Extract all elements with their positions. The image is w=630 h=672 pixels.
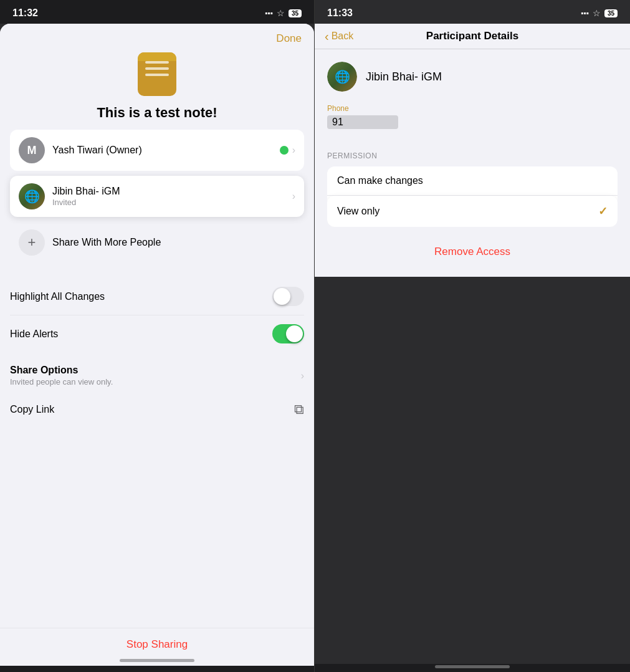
modal-header: Done — [0, 24, 314, 45]
participants-section: M Yash Tiwari (Owner) › 🌐 — [0, 130, 314, 263]
share-options-text: Share Options Invited people can view on… — [10, 365, 113, 386]
owner-row[interactable]: M Yash Tiwari (Owner) › — [10, 130, 304, 171]
share-options-title: Share Options — [10, 365, 113, 376]
add-circle: + — [19, 229, 45, 256]
done-button[interactable]: Done — [276, 32, 302, 45]
share-modal: Done This is a test note! M — [0, 24, 314, 666]
add-people-row[interactable]: + Share With More People — [10, 222, 304, 263]
home-indicator — [120, 659, 194, 662]
participant-avatar: 🌐 — [19, 183, 45, 209]
can-make-changes-label: Can make changes — [337, 175, 423, 186]
copy-icon: ⧉ — [294, 401, 304, 418]
avatar-img: 🌐 — [19, 183, 45, 209]
detail-avatar: 🌐 — [327, 62, 357, 92]
note-line-1 — [145, 61, 169, 64]
owner-name: Yash Tiwari (Owner) — [52, 145, 280, 156]
right-wifi-icon: ☆ — [593, 8, 601, 18]
remove-access-button[interactable]: Remove Access — [434, 246, 510, 258]
nav-bar: ‹ Back Participant Details — [315, 24, 630, 49]
stop-sharing-section: Stop Sharing — [0, 628, 314, 651]
owner-chevron-icon: › — [292, 145, 295, 156]
share-options-chevron-icon: › — [301, 370, 304, 382]
highlight-toggle-knob — [274, 288, 290, 305]
right-phone-panel: 11:33 ▪▪▪ ☆ 35 ‹ Back Participant Detail… — [315, 0, 630, 672]
wifi-icon: ☆ — [277, 8, 285, 18]
view-only-option[interactable]: View only ✓ — [327, 196, 618, 227]
detail-avatar-img: 🌐 — [327, 62, 357, 92]
participant-info: Jibin Bhai- iGM Invited — [52, 186, 292, 207]
highlight-toggle[interactable] — [272, 287, 304, 306]
participant-status: Invited — [52, 198, 292, 207]
highlight-toggle-row: Highlight All Changes — [10, 278, 304, 315]
battery-icon: 35 — [289, 9, 302, 17]
note-line-2 — [145, 67, 169, 70]
add-people-label: Share With More People — [52, 237, 161, 248]
note-icon-wrapper — [0, 45, 314, 101]
participant-row[interactable]: 🌐 Jibin Bhai- iGM Invited › — [10, 176, 304, 217]
copy-link-section[interactable]: Copy Link ⧉ — [10, 401, 304, 418]
detail-person-row: 🌐 Jibin Bhai- iGM — [327, 62, 618, 92]
right-home-indicator — [435, 665, 510, 668]
highlight-label: Highlight All Changes — [10, 291, 105, 302]
participant-details-panel: 🌐 Jibin Bhai- iGM Phone 91 PERMISSION Ca… — [315, 49, 630, 664]
plus-icon: + — [28, 234, 36, 251]
permission-section: PERMISSION Can make changes View only ✓ — [315, 139, 630, 227]
view-only-checkmark-icon: ✓ — [598, 204, 608, 218]
left-status-icons: ▪▪▪ ☆ 35 — [265, 8, 302, 18]
left-status-bar: 11:32 ▪▪▪ ☆ 35 — [0, 0, 314, 24]
note-title: This is a test note! — [0, 101, 314, 130]
back-button[interactable]: ‹ Back — [325, 29, 353, 44]
hide-alerts-label: Hide Alerts — [10, 329, 58, 340]
online-indicator — [280, 146, 289, 155]
right-status-bar: 11:33 ▪▪▪ ☆ 35 — [315, 0, 630, 24]
stop-sharing-button[interactable]: Stop Sharing — [126, 638, 188, 651]
remove-access-section: Remove Access — [315, 227, 630, 277]
share-options-section[interactable]: Share Options Invited people can view on… — [10, 362, 304, 389]
owner-info: Yash Tiwari (Owner) — [52, 145, 280, 156]
back-label: Back — [332, 31, 354, 42]
right-time: 11:33 — [327, 7, 353, 19]
can-make-changes-option[interactable]: Can make changes — [327, 166, 618, 196]
signal-icon: ▪▪▪ — [265, 9, 273, 17]
nav-title: Participant Details — [426, 30, 518, 42]
right-status-icons: ▪▪▪ ☆ 35 — [581, 8, 618, 18]
view-only-label: View only — [337, 206, 379, 217]
permission-options-list: Can make changes View only ✓ — [327, 166, 618, 227]
phone-value: 91 — [327, 115, 398, 129]
note-icon — [138, 52, 176, 96]
right-battery-icon: 35 — [604, 9, 618, 17]
share-options-row: Share Options Invited people can view on… — [10, 362, 304, 389]
participant-chevron-icon: › — [292, 191, 295, 202]
share-options-subtitle: Invited people can view only. — [10, 377, 113, 386]
back-chevron-icon: ‹ — [325, 29, 329, 44]
note-line-3 — [145, 74, 169, 76]
detail-person-name: Jibin Bhai- iGM — [366, 70, 442, 84]
right-signal-icon: ▪▪▪ — [581, 9, 589, 17]
participant-details-card: 🌐 Jibin Bhai- iGM Phone 91 — [315, 49, 630, 139]
left-time: 11:32 — [12, 7, 38, 19]
hide-alerts-toggle[interactable] — [272, 324, 304, 343]
hide-alerts-toggle-row: Hide Alerts — [10, 315, 304, 352]
phone-label: Phone — [327, 104, 618, 113]
owner-avatar: M — [19, 137, 45, 163]
hide-alerts-toggle-knob — [286, 325, 303, 342]
copy-link-label: Copy Link — [10, 404, 54, 415]
phone-field: Phone 91 — [327, 104, 618, 129]
participant-name: Jibin Bhai- iGM — [52, 186, 292, 197]
participant-right: › — [292, 191, 295, 202]
owner-right: › — [280, 145, 295, 156]
owner-initial: M — [27, 144, 37, 157]
left-phone-panel: 11:32 ▪▪▪ ☆ 35 Done This is a test note! — [0, 0, 315, 672]
left-content-area: Done This is a test note! M — [0, 24, 314, 666]
toggles-section: Highlight All Changes Hide Alerts — [10, 278, 304, 352]
permission-label: PERMISSION — [327, 151, 618, 160]
right-content-area: 🌐 Jibin Bhai- iGM Phone 91 PERMISSION Ca… — [315, 49, 630, 664]
